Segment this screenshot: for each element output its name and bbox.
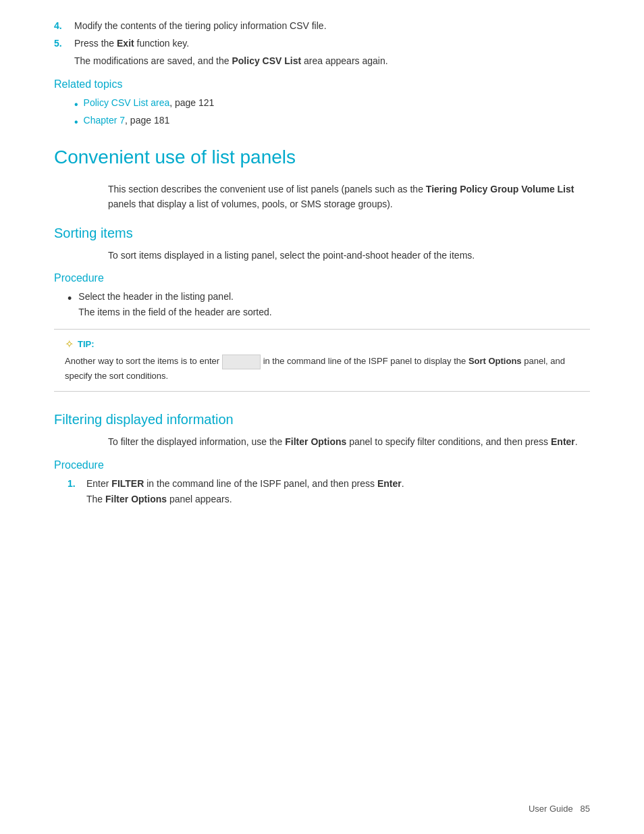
enter-bold: Enter [377,478,402,489]
sorting-bullet-continuation: The items in the field of the header are… [78,305,590,319]
step-5-text: Press the Exit function key. [74,38,590,49]
related-topic-item-2: • Chapter 7, page 181 [74,115,590,130]
step-4-text: Modify the contents of the tiering polic… [74,20,590,31]
step-5-continuation: The modifications are saved, and the Pol… [74,55,590,66]
bullet-dot-2: • [74,115,78,130]
related-topic-link-2[interactable]: Chapter 7 [84,115,125,126]
sorting-section-description: To sort items displayed in a listing pan… [108,248,590,263]
related-topic-item-1: • Policy CSV List area, page 121 [74,97,590,112]
related-topic-text-2: Chapter 7, page 181 [84,115,170,126]
related-topic-text-1: Policy CSV List area, page 121 [84,97,215,108]
tip-box: ✧ TIP: Another way to sort the items is … [54,329,590,392]
bullet-dot-1: • [74,97,78,112]
tip-content: Another way to sort the items is to ente… [65,355,579,383]
main-section-title: Convenient use of list panels [54,147,590,171]
step-4-number: 4. [54,20,74,31]
sorting-bullet-content: Select the header in the listing panel. … [78,291,590,319]
footer-page-number: 85 [581,804,590,814]
tip-header: ✧ TIP: [65,338,579,350]
step-5-item: 5. Press the Exit function key. [54,38,590,49]
step-5-bold: Exit [117,38,134,49]
sorting-bullet-dot: • [68,291,72,307]
page-container: 4. Modify the contents of the tiering po… [0,0,644,834]
filtering-step-1-continuation: The Filter Options panel appears. [86,492,590,506]
related-topics-list: • Policy CSV List area, page 121 • Chapt… [74,97,590,130]
footer: User Guide 85 [529,804,590,814]
filtering-section-heading: Filtering displayed information [54,412,590,427]
step-5-number: 5. [54,38,74,49]
sorting-section-heading: Sorting items [54,226,590,241]
filtering-step-1-num: 1. [68,478,86,489]
related-topics-heading: Related topics [54,78,590,90]
tip-label: TIP: [78,339,95,349]
filtering-section-description: To filter the displayed information, use… [108,434,590,449]
footer-label: User Guide [529,804,573,814]
filtering-procedure-heading: Procedure [54,459,590,471]
tip-icon: ✧ [65,338,74,350]
sorting-procedure-bullets: • Select the header in the listing panel… [68,291,590,319]
related-topics-section: Related topics • Policy CSV List area, p… [54,78,590,130]
tip-command-box [222,355,261,369]
filtering-step-1-content: Enter FILTER in the command line of the … [86,478,590,506]
related-topic-link-1[interactable]: Policy CSV List area [84,97,170,108]
sorting-procedure-heading: Procedure [54,272,590,284]
filtering-step-1: 1. Enter FILTER in the command line of t… [68,478,590,506]
step-4-item: 4. Modify the contents of the tiering po… [54,20,590,31]
sorting-bullet-item: • Select the header in the listing panel… [68,291,590,319]
sorting-bullet-text: Select the header in the listing panel. [78,291,234,302]
main-section-description: This section describes the convenient us… [108,182,590,212]
filtering-procedure-list: 1. Enter FILTER in the command line of t… [68,478,590,506]
